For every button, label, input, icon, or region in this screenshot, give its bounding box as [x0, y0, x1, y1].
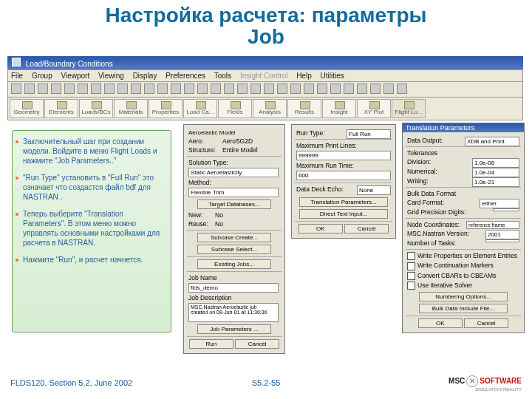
menu-insight[interactable]: Insight Control	[240, 72, 287, 80]
target-db-button[interactable]: Target Databases...	[197, 200, 271, 209]
tool-icon[interactable]	[211, 83, 221, 94]
tab-flightloads[interactable]: Flight Lo...	[392, 99, 426, 118]
tool-icon[interactable]	[171, 83, 181, 94]
tool-icon[interactable]	[397, 83, 407, 94]
tab-analysis[interactable]: Analysis	[253, 99, 287, 118]
echo-select[interactable]: None	[357, 185, 391, 195]
tool-icon[interactable]	[250, 83, 261, 94]
tool-icon[interactable]	[357, 83, 367, 94]
menu-file[interactable]: File	[11, 72, 23, 80]
tab-geometry[interactable]: Geometry	[10, 99, 44, 118]
tab-insight[interactable]: Insight	[322, 99, 356, 118]
ver-input[interactable]: 2001	[485, 230, 519, 239]
menu-display[interactable]: Display	[133, 72, 157, 80]
sol-type-select[interactable]: Static Aeroelasticity	[188, 168, 279, 177]
job-params-button[interactable]: Job Parameters ...	[197, 324, 271, 334]
max-run-input[interactable]: 600	[296, 171, 391, 180]
menubar[interactable]: File Group Viewport Viewing Display Pref…	[7, 69, 523, 82]
tool-icon[interactable]	[304, 83, 314, 94]
tool-icon[interactable]	[157, 83, 168, 94]
numbering-button[interactable]: Numbering Options...	[419, 292, 508, 301]
tasks-label: Number of Tasks:	[407, 239, 478, 247]
menu-viewport[interactable]: Viewport	[61, 72, 89, 80]
menu-help[interactable]: Help	[296, 72, 312, 80]
menu-utilities[interactable]: Utilities	[321, 72, 344, 80]
tool-icon[interactable]	[38, 83, 48, 94]
tool-icon[interactable]	[290, 83, 301, 94]
tab-properties[interactable]: Properties	[149, 99, 183, 118]
tool-icon[interactable]	[264, 83, 274, 94]
tool-icon[interactable]	[131, 83, 141, 94]
method-select[interactable]: Flexible Trim	[188, 188, 279, 197]
tool-icon[interactable]	[11, 83, 21, 94]
menu-tools[interactable]: Tools	[214, 72, 231, 80]
tool-icon[interactable]	[184, 83, 194, 94]
tool-icon[interactable]	[51, 83, 61, 94]
ok-button[interactable]: OK	[299, 224, 343, 233]
ck-continuation[interactable]	[407, 262, 415, 270]
tab-results[interactable]: Results	[287, 99, 321, 118]
echo-label: Data Deck Echo:	[296, 185, 344, 193]
tool-icon[interactable]	[78, 83, 88, 94]
tool-icon[interactable]	[330, 83, 341, 94]
tool-icon[interactable]	[383, 83, 394, 94]
logo-msc: MSC	[449, 377, 465, 385]
writing-input[interactable]: 1.0e-21	[472, 177, 519, 187]
tab-elements[interactable]: Elements	[44, 99, 78, 118]
subcase-select-button[interactable]: Subcase Select...	[197, 245, 271, 254]
run-type-select[interactable]: Full Run	[347, 129, 391, 139]
grid-input[interactable]	[493, 208, 519, 211]
menu-group[interactable]: Group	[32, 72, 52, 80]
numerical-input[interactable]: 1.0e-04	[472, 168, 519, 177]
direct-text-button[interactable]: Direct Text Input...	[299, 209, 388, 219]
tool-icon[interactable]	[24, 83, 35, 94]
tool-icon[interactable]	[197, 83, 208, 94]
tool-icon[interactable]	[237, 83, 248, 94]
ck-convert-cbars[interactable]	[407, 272, 415, 280]
tab-loads[interactable]: Loads/BCs	[79, 99, 113, 118]
existing-jobs-button[interactable]: Existing Jobs...	[197, 259, 271, 269]
tool-icon[interactable]	[144, 83, 154, 94]
job-name-input[interactable]: flds_demo	[188, 283, 279, 293]
tool-icon[interactable]	[277, 83, 287, 94]
tasks-input[interactable]	[485, 239, 519, 242]
run-button[interactable]: Run	[189, 339, 233, 349]
cancel-button[interactable]: Cancel	[344, 224, 389, 233]
numerical-label: Numerical:	[407, 168, 449, 175]
ck-iterative[interactable]	[407, 282, 415, 290]
cancel-button[interactable]: Cancel	[464, 318, 508, 328]
tool-icon[interactable]	[117, 83, 128, 94]
node-select[interactable]: reference frame	[466, 221, 519, 229]
card-select[interactable]: either	[480, 199, 519, 208]
tool-icon[interactable]	[104, 83, 115, 94]
reuse-label: Reuse:	[188, 220, 215, 228]
tool-icon[interactable]	[224, 83, 234, 94]
tab-loadcases[interactable]: Load Ca...	[183, 99, 217, 118]
division-input[interactable]: 1.0e-08	[472, 158, 519, 168]
tool-icon[interactable]	[64, 83, 75, 94]
dlg-aeroelastic: Aeroelastic Model Aero:AeroSG2D Structur…	[183, 124, 285, 354]
data-output-select[interactable]: XDB and Print	[465, 137, 519, 146]
tab-fields[interactable]: Fields	[218, 99, 252, 118]
bulk-include-button[interactable]: Bulk Data Include File...	[419, 304, 508, 313]
tab-xyplot[interactable]: XY Plot	[357, 99, 391, 118]
cancel-button[interactable]: Cancel	[235, 339, 279, 349]
division-label: Division:	[407, 158, 449, 166]
tool-icon[interactable]	[317, 83, 327, 94]
job-desc-textarea[interactable]: MSC.Nastran Aeroelastic job created on 0…	[188, 303, 279, 322]
icon-toolbar[interactable]	[7, 82, 523, 98]
tool-icon[interactable]	[344, 83, 354, 94]
tool-icon[interactable]	[370, 83, 381, 94]
ck-write-props[interactable]	[407, 252, 415, 260]
ok-button[interactable]: OK	[418, 318, 463, 328]
bullet-2: "Run Type" установить в "Full Run" это о…	[23, 173, 165, 202]
trans-params-button[interactable]: Translation Parameters...	[299, 197, 388, 207]
module-toolbar[interactable]: Geometry Elements Loads/BCs Materials Pr…	[7, 98, 523, 120]
menu-viewing[interactable]: Viewing	[98, 72, 124, 80]
bullet-1: Заключительный шаг при создании модели. …	[23, 137, 165, 166]
tab-materials[interactable]: Materials	[114, 99, 148, 118]
subcase-create-button[interactable]: Subcase Create...	[197, 233, 271, 242]
tool-icon[interactable]	[91, 83, 101, 94]
max-print-input[interactable]: 999999	[296, 151, 391, 160]
menu-preferences[interactable]: Preferences	[166, 72, 205, 80]
